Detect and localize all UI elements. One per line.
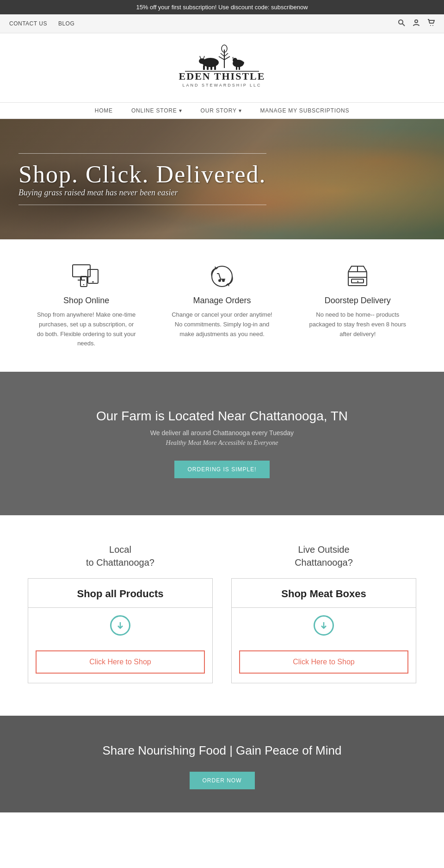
search-icon[interactable] xyxy=(398,19,405,28)
svg-line-17 xyxy=(219,56,224,60)
shop-all-arrow-area xyxy=(28,608,212,643)
feature-manage-orders-desc: Change or cancel your order anytime! No … xyxy=(171,310,273,339)
svg-point-10 xyxy=(199,58,205,64)
svg-text:★: ★ xyxy=(357,280,359,283)
feature-shop-online-desc: Shop from anywhere! Make one-time purcha… xyxy=(36,310,137,349)
svg-point-35 xyxy=(222,280,224,281)
farm-italic-text: Healthy Meat More Accessible to Everyone xyxy=(18,439,426,447)
hero-subheadline: Buying grass raised meat has never been … xyxy=(18,188,266,198)
shop-section: Local to Chattanooga? Shop all Products … xyxy=(0,515,444,716)
user-icon[interactable] xyxy=(413,19,420,28)
blog-link[interactable]: BLOG xyxy=(58,20,74,27)
shop-meat-arrow-area xyxy=(232,608,416,643)
top-nav-icons xyxy=(398,19,435,28)
svg-line-1 xyxy=(402,24,405,26)
cart-icon[interactable] xyxy=(427,19,435,28)
shop-meat-boxes-button[interactable]: Click Here to Shop xyxy=(239,650,408,674)
shop-outside-heading: Live Outside Chattanooga? xyxy=(295,543,353,569)
svg-line-16 xyxy=(224,53,228,56)
brand-logo[interactable]: EDEN THISTLE LAND STEWARDSHIP LLC xyxy=(171,43,273,94)
bottom-cta-heading: Share Nourishing Food | Gain Peace of Mi… xyxy=(18,743,426,758)
farm-heading: Our Farm is Located Near Chattanooga, TN xyxy=(18,409,426,424)
svg-point-2 xyxy=(415,20,418,23)
shop-all-products-label: Shop all Products xyxy=(77,588,163,599)
hero-banner: Shop. Click. Delivered. Buying grass rai… xyxy=(0,119,444,239)
order-now-button[interactable]: ORDER NOW xyxy=(190,772,255,789)
svg-point-20 xyxy=(233,58,237,62)
shop-column-outside: Live Outside Chattanooga? Shop Meat Boxe… xyxy=(231,543,416,683)
svg-rect-21 xyxy=(236,66,237,70)
svg-line-12 xyxy=(204,56,204,59)
hero-headline: Shop. Click. Delivered. xyxy=(18,161,266,188)
svg-rect-7 xyxy=(210,65,212,70)
svg-rect-9 xyxy=(203,65,205,70)
ordering-simple-button[interactable]: ORDERING IS SIMPLE! xyxy=(174,461,269,478)
announcement-text: 15% off your first subscription! Use dis… xyxy=(136,4,308,11)
shop-meat-btn-area: Click Here to Shop xyxy=(232,643,416,683)
nav-subscriptions[interactable]: MANAGE MY SUBSCRIPTIONS xyxy=(260,107,349,114)
features-section: Shop Online Shop from anywhere! Make one… xyxy=(0,239,444,372)
nav-home[interactable]: HOME xyxy=(95,107,113,114)
contact-us-link[interactable]: CONTACT US xyxy=(9,20,47,27)
shop-local-heading: Local to Chattanooga? xyxy=(86,543,154,569)
svg-rect-6 xyxy=(207,65,209,70)
hero-divider-bottom xyxy=(18,205,266,205)
top-nav: CONTACT US BLOG xyxy=(0,14,444,33)
svg-text:EDEN THISTLE: EDEN THISTLE xyxy=(179,70,265,82)
svg-text:LAND STEWARDSHIP LLC: LAND STEWARDSHIP LLC xyxy=(182,83,261,87)
shop-meat-boxes-label: Shop Meat Boxes xyxy=(281,588,366,599)
shop-meat-boxes-box: Shop Meat Boxes Click Here to Shop xyxy=(231,578,416,683)
top-nav-links: CONTACT US BLOG xyxy=(9,20,74,27)
main-nav: HOME ONLINE STORE ▾ OUR STORY ▾ MANAGE M… xyxy=(0,102,444,119)
svg-rect-22 xyxy=(239,66,240,70)
svg-point-34 xyxy=(219,280,221,281)
feature-manage-orders: Manage Orders Change or cancel your orde… xyxy=(171,262,273,349)
svg-point-3 xyxy=(430,25,431,26)
arrow-down-circle-right xyxy=(314,615,334,636)
bottom-cta-section: Share Nourishing Food | Gain Peace of Mi… xyxy=(0,716,444,812)
svg-line-11 xyxy=(200,56,201,59)
nav-our-story[interactable]: OUR STORY ▾ xyxy=(201,107,242,114)
svg-line-18 xyxy=(224,56,230,60)
feature-doorstep-delivery-title: Doorstep Delivery xyxy=(325,296,391,306)
shop-all-products-button[interactable]: Click Here to Shop xyxy=(36,650,205,674)
farm-deliver-text: We deliver all around Chattanooga every … xyxy=(18,429,426,437)
shop-all-products-box: Shop all Products Click Here to Shop xyxy=(28,578,213,683)
svg-rect-8 xyxy=(214,65,216,70)
logo-area: EDEN THISTLE LAND STEWARDSHIP LLC xyxy=(0,33,444,102)
shop-meat-boxes-title-area: Shop Meat Boxes xyxy=(232,579,416,608)
announcement-bar: 15% off your first subscription! Use dis… xyxy=(0,0,444,14)
nav-online-store[interactable]: ONLINE STORE ▾ xyxy=(131,107,182,114)
manage-orders-icon xyxy=(206,262,238,290)
svg-point-0 xyxy=(399,20,403,24)
shop-all-products-title-area: Shop all Products xyxy=(28,579,212,608)
doorstep-delivery-icon: ★ xyxy=(341,262,374,290)
svg-point-4 xyxy=(432,25,433,26)
shop-column-local: Local to Chattanooga? Shop all Products … xyxy=(28,543,213,683)
feature-doorstep-delivery: ★ Doorstep Delivery No need to be home--… xyxy=(307,262,408,349)
feature-shop-online-title: Shop Online xyxy=(63,296,109,306)
hero-divider-top xyxy=(18,153,266,154)
shop-all-btn-area: Click Here to Shop xyxy=(28,643,212,683)
feature-doorstep-delivery-desc: No need to be home-- products packaged t… xyxy=(307,310,408,339)
arrow-down-circle-left xyxy=(110,615,130,636)
farm-section: Our Farm is Located Near Chattanooga, TN… xyxy=(0,372,444,515)
feature-manage-orders-title: Manage Orders xyxy=(193,296,251,306)
feature-shop-online: Shop Online Shop from anywhere! Make one… xyxy=(36,262,137,349)
svg-point-33 xyxy=(212,266,232,287)
svg-line-15 xyxy=(221,53,224,56)
shop-online-icon xyxy=(70,262,103,290)
